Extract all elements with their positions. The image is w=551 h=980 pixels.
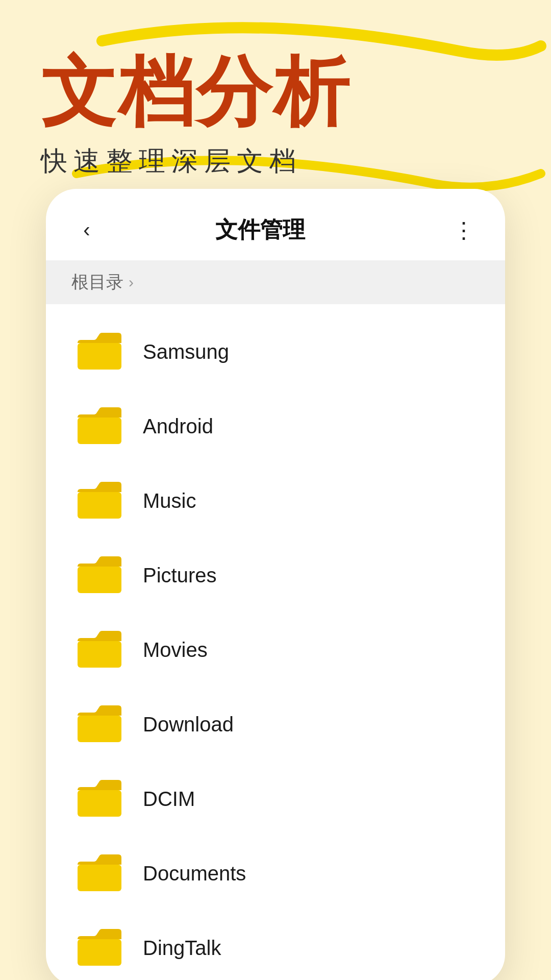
folder-icon (77, 406, 122, 446)
folder-name: Samsung (143, 340, 229, 363)
folder-item[interactable]: Movies (46, 612, 505, 687)
folder-item[interactable]: Samsung (46, 314, 505, 389)
more-button[interactable]: ⋮ (449, 214, 480, 245)
svg-rect-7 (78, 865, 121, 891)
folder-icon (77, 779, 122, 819)
svg-rect-8 (78, 939, 121, 966)
folder-name: Pictures (143, 564, 217, 587)
folder-icon (77, 332, 122, 372)
folder-name: Movies (143, 639, 208, 662)
folder-item[interactable]: Download (46, 687, 505, 762)
folder-item[interactable]: DCIM (46, 762, 505, 836)
folder-name: DCIM (143, 788, 195, 811)
folder-name: Documents (143, 862, 246, 885)
folder-item[interactable]: Music (46, 463, 505, 538)
folder-item[interactable]: Documents (46, 836, 505, 911)
folder-item[interactable]: Android (46, 389, 505, 463)
folder-item[interactable]: DingTalk (46, 911, 505, 980)
folder-name: DingTalk (143, 937, 221, 960)
svg-rect-1 (78, 418, 121, 444)
folder-name: Android (143, 415, 213, 438)
folder-icon (77, 928, 122, 968)
more-icon: ⋮ (453, 217, 476, 243)
folder-name: Music (143, 489, 196, 512)
hero-subtitle: 快速整理深层文档 (41, 143, 302, 179)
app-header: ‹ 文件管理 ⋮ (46, 189, 505, 260)
folder-icon (77, 555, 122, 595)
screen-title: 文件管理 (71, 215, 449, 245)
folder-list: Samsung Android Music (46, 304, 505, 980)
folder-icon (77, 630, 122, 670)
folder-item[interactable]: Pictures (46, 538, 505, 612)
folder-name: Download (143, 713, 234, 736)
folder-icon (77, 481, 122, 521)
svg-rect-3 (78, 567, 121, 593)
breadcrumb-text: 根目录 (71, 271, 123, 294)
folder-icon (77, 704, 122, 744)
svg-rect-5 (78, 716, 121, 742)
breadcrumb-bar: 根目录 › (46, 260, 505, 304)
svg-rect-0 (78, 343, 121, 370)
hero-section: 文档分析 快速整理深层文档 (0, 0, 551, 219)
phone-card: ‹ 文件管理 ⋮ 根目录 › Samsung (46, 189, 505, 980)
svg-rect-2 (78, 492, 121, 519)
folder-icon (77, 853, 122, 893)
svg-rect-4 (78, 641, 121, 668)
hero-title: 文档分析 (41, 51, 351, 134)
breadcrumb-arrow-icon: › (129, 274, 134, 291)
svg-rect-6 (78, 790, 121, 817)
